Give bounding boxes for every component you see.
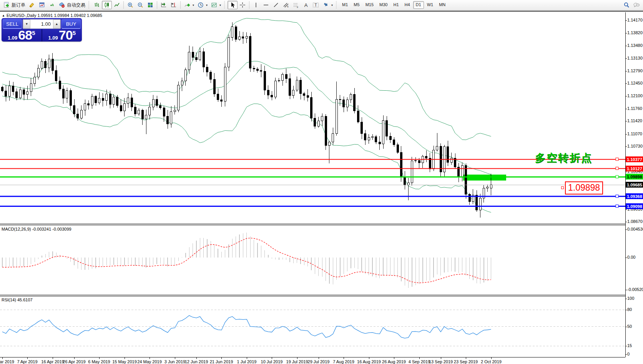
line-chart-button[interactable] — [112, 1, 122, 9]
volume-input[interactable] — [30, 20, 53, 28]
tile-windows-button[interactable] — [145, 1, 155, 9]
chevron-down-icon: ▾ — [206, 3, 208, 7]
axis-tick-mark — [625, 299, 627, 299]
signals-button[interactable] — [47, 1, 57, 9]
zoom-out-button[interactable] — [135, 1, 145, 9]
timeframe-button-d1[interactable]: D1 — [413, 1, 424, 9]
candle — [256, 69, 258, 71]
buy-price-big: 70 — [59, 29, 73, 41]
timeframe-button-mn[interactable]: MN — [436, 1, 448, 9]
candle — [77, 114, 79, 118]
price-tick-label: 1.08670 — [627, 219, 643, 224]
crosshair-tool-button[interactable] — [238, 1, 248, 9]
timeframe-button-h1[interactable]: H1 — [390, 1, 401, 9]
axis-tick-mark — [625, 134, 627, 135]
chevron-down-icon: ▾ — [193, 3, 194, 7]
timeframe-button-m5[interactable]: M5 — [351, 1, 362, 9]
brush-icon — [28, 2, 35, 8]
date-label: 13 Sep 2019 — [429, 359, 453, 364]
volume-decrease-button[interactable]: ▼ — [23, 20, 30, 28]
candle — [170, 111, 172, 124]
auto-scroll-button[interactable] — [159, 1, 169, 9]
trendline-tool-button[interactable] — [271, 1, 281, 9]
timeframe-button-m1[interactable]: M1 — [339, 1, 351, 9]
sell-price-small: 1.09 — [8, 35, 17, 41]
axis-tick-mark — [625, 222, 627, 222]
candle — [73, 105, 75, 114]
axis-tick-mark — [625, 83, 627, 84]
price-tick-label: 1.12790 — [627, 68, 643, 73]
candle — [311, 97, 312, 118]
candle — [372, 136, 374, 137]
candle — [253, 68, 255, 69]
buy-price-small: 1.09 — [48, 35, 58, 41]
chevron-down-icon: ▾ — [219, 3, 221, 7]
cursor-tool-button[interactable] — [228, 1, 238, 9]
svg-text:E: E — [287, 5, 289, 8]
toolbar-drag-handle[interactable] — [336, 1, 338, 9]
new-order-button[interactable]: 新订单 — [2, 1, 27, 9]
turning-point-annotation[interactable]: 多空转折点 — [535, 151, 593, 165]
chat-button[interactable] — [631, 1, 641, 9]
candle — [160, 105, 161, 108]
timeframe-button-h4[interactable]: H4 — [402, 1, 413, 9]
candle — [217, 94, 219, 100]
zoom-in-button[interactable] — [125, 1, 135, 9]
label-tool-button[interactable]: T — [311, 1, 321, 9]
styler-button[interactable] — [27, 1, 37, 9]
toolbar-drag-handle[interactable] — [224, 1, 226, 9]
candle — [267, 90, 269, 95]
template-icon — [211, 2, 218, 8]
signal-icon — [48, 2, 55, 8]
chart-canvas — [0, 12, 643, 364]
text-tool-button[interactable]: A — [301, 1, 311, 9]
candle — [34, 77, 36, 83]
indicators-button[interactable]: ▾ — [182, 1, 196, 9]
new-chart-button[interactable] — [37, 1, 47, 9]
candle — [476, 195, 478, 210]
autotrading-button[interactable]: 自动交易 — [57, 1, 87, 9]
timeframe-button-w1[interactable]: W1 — [424, 1, 436, 9]
price-tag-anchor-marker[interactable] — [561, 186, 564, 189]
candlestick-chart-button[interactable] — [102, 1, 112, 9]
chart-shift-button[interactable] — [169, 1, 179, 9]
templates-button[interactable]: ▾ — [209, 1, 223, 9]
date-tick-mark — [221, 357, 222, 359]
price-tag-annotation[interactable]: 1.09898 — [565, 181, 603, 194]
arrows-tool-button[interactable]: ▾ — [321, 1, 334, 9]
candle — [350, 95, 352, 100]
date-tick-mark — [466, 357, 466, 359]
timeframe-button-m15[interactable]: M15 — [363, 1, 376, 9]
candle — [300, 80, 302, 93]
rsi-panel-separator[interactable] — [0, 295, 625, 296]
buy-price[interactable]: 1.09 70 5 — [42, 29, 82, 42]
timeframe-button-m30[interactable]: M30 — [377, 1, 390, 9]
volume-increase-button[interactable]: ▲ — [53, 20, 60, 28]
candle — [134, 107, 136, 114]
symbol-ohlc-text: EURUSD-,Daily 1.09591 1.09984 1.09402 1.… — [7, 13, 102, 18]
toolbar-drag-handle[interactable] — [88, 1, 90, 9]
candle — [411, 161, 413, 183]
date-tick-mark — [196, 357, 197, 359]
svg-text:T: T — [315, 3, 317, 7]
bar-chart-button[interactable] — [92, 1, 102, 9]
chart-window[interactable]: ▲ EURUSD-,Daily 1.09591 1.09984 1.09402 … — [0, 11, 643, 364]
macd-panel-separator[interactable] — [0, 224, 625, 225]
axis-tick-mark — [625, 258, 627, 258]
candle — [181, 81, 183, 85]
horizontal-line-tool-button[interactable] — [261, 1, 271, 9]
date-tick-mark — [247, 357, 247, 359]
fibonacci-tool-button[interactable]: F — [291, 1, 301, 9]
price-tick-label: 1.13820 — [627, 30, 643, 35]
line-handle-marker — [616, 158, 618, 161]
search-button[interactable] — [621, 1, 631, 9]
vertical-line-tool-button[interactable] — [251, 1, 261, 9]
collapse-triangle-icon[interactable]: ▲ — [2, 14, 5, 17]
axis-tick-mark — [625, 96, 627, 96]
date-tick-mark — [150, 357, 150, 359]
channel-tool-button[interactable]: E — [281, 1, 291, 9]
sell-price[interactable]: 1.09 68 5 — [2, 29, 42, 42]
candle — [364, 134, 366, 140]
price-axis-badge: 1.09685 — [626, 182, 643, 188]
periods-button[interactable]: ▾ — [196, 1, 209, 9]
